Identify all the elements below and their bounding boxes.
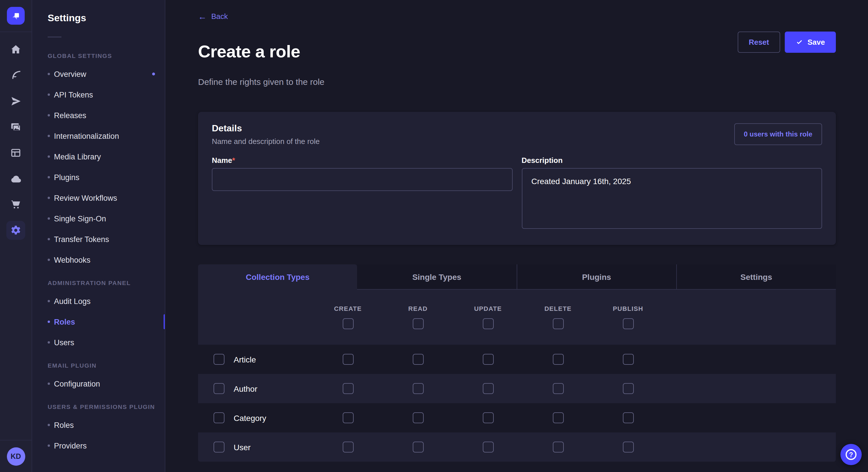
subnav-title: Settings [48, 12, 165, 24]
media-library-icon[interactable] [6, 117, 25, 136]
select-all-update-checkbox[interactable] [483, 318, 493, 329]
sidebar-item-single-sign-on[interactable]: Single Sign-On [32, 208, 165, 229]
section-label: GLOBAL SETTINGS [48, 52, 165, 59]
sidebar-item-plugins[interactable]: Plugins [32, 167, 165, 188]
save-button[interactable]: Save [784, 32, 836, 53]
cell-category-read [383, 412, 453, 423]
author-publish-checkbox[interactable] [623, 383, 633, 394]
sidebar-item-review-workflows[interactable]: Review Workflows [32, 188, 165, 208]
article-create-checkbox[interactable] [342, 354, 353, 365]
subnav-section-users-permissions-plugin: USERS & PERMISSIONS PLUGINRolesProviders [32, 403, 165, 456]
category-delete-checkbox[interactable] [553, 412, 563, 423]
subnav-divider [48, 37, 61, 37]
category-update-checkbox[interactable] [483, 412, 493, 423]
home-icon[interactable] [6, 40, 25, 59]
user-update-checkbox[interactable] [483, 442, 493, 452]
tab-collection-types[interactable]: Collection Types [198, 264, 358, 290]
category-publish-checkbox[interactable] [623, 412, 633, 423]
content-manager-icon[interactable] [6, 143, 25, 162]
sidebar-item-label: Providers [54, 441, 87, 450]
permissions-rows: ArticleAuthorCategoryUser [198, 345, 836, 462]
user-delete-checkbox[interactable] [553, 442, 563, 452]
sidebar-item-users[interactable]: Users [32, 332, 165, 353]
permissions-table: CREATEREADUPDATEDELETEPUBLISH ArticleAut… [198, 290, 836, 462]
cell-article-delete [523, 354, 593, 365]
select-all-publish-checkbox[interactable] [623, 318, 633, 329]
send-icon[interactable] [6, 92, 25, 111]
sidebar-item-webhooks[interactable]: Webhooks [32, 249, 165, 270]
permissions-tabs: Collection TypesSingle TypesPluginsSetti… [198, 264, 836, 290]
sidebar-item-audit-logs[interactable]: Audit Logs [32, 291, 165, 311]
cell-article-read [383, 354, 453, 365]
page-title: Create a role [198, 41, 300, 62]
select-all-read-checkbox[interactable] [412, 318, 423, 329]
bullet-icon [48, 300, 50, 302]
sidebar-item-configuration[interactable]: Configuration [32, 373, 165, 394]
description-textarea[interactable]: Created January 16th, 2025 [522, 168, 822, 229]
sidebar-item-roles[interactable]: Roles [32, 311, 165, 332]
select-all-create-checkbox[interactable] [342, 318, 353, 329]
sidebar-item-transfer-tokens[interactable]: Transfer Tokens [32, 229, 165, 249]
column-head-update: UPDATE [453, 305, 523, 329]
tab-single-types[interactable]: Single Types [358, 264, 517, 290]
strapi-logo[interactable] [7, 7, 25, 25]
sidebar-item-overview[interactable]: Overview [32, 64, 165, 84]
page-subtitle: Define the rights given to the role [198, 77, 836, 87]
main-content: ← Back Create a role Reset Save Define t… [166, 0, 868, 472]
tab-settings[interactable]: Settings [676, 264, 836, 290]
subnav-sections: GLOBAL SETTINGSOverviewAPI TokensRelease… [32, 52, 165, 456]
category-create-checkbox[interactable] [342, 412, 353, 423]
user-create-checkbox[interactable] [342, 442, 353, 452]
users-with-role-button[interactable]: 0 users with this role [734, 123, 822, 145]
sidebar-item-providers[interactable]: Providers [32, 435, 165, 456]
section-label: EMAIL PLUGIN [48, 362, 165, 369]
rail-divider-bottom [0, 440, 32, 440]
sidebar-item-label: Overview [54, 70, 86, 78]
select-category-checkbox[interactable] [214, 412, 224, 423]
select-author-checkbox[interactable] [214, 383, 224, 394]
sidebar-item-roles[interactable]: Roles [32, 415, 165, 435]
row-label: Article [234, 355, 256, 364]
article-publish-checkbox[interactable] [623, 354, 633, 365]
bullet-icon [48, 114, 50, 116]
select-all-delete-checkbox[interactable] [553, 318, 563, 329]
tab-plugins[interactable]: Plugins [516, 264, 676, 290]
sidebar-item-label: Releases [54, 111, 86, 120]
user-publish-checkbox[interactable] [623, 442, 633, 452]
user-avatar[interactable]: KD [7, 447, 25, 466]
sidebar-item-internationalization[interactable]: Internationalization [32, 126, 165, 146]
category-read-checkbox[interactable] [412, 412, 423, 423]
marketplace-icon[interactable] [6, 195, 25, 214]
reset-button[interactable]: Reset [738, 32, 780, 53]
select-article-checkbox[interactable] [214, 354, 224, 365]
content-type-builder-icon[interactable] [6, 66, 25, 85]
cell-article-publish [593, 354, 663, 365]
rail-icon-list [6, 40, 25, 240]
user-read-checkbox[interactable] [412, 442, 423, 452]
cell-author-create [313, 383, 383, 394]
author-update-checkbox[interactable] [483, 383, 493, 394]
bullet-icon [48, 424, 50, 426]
name-input[interactable] [212, 168, 513, 191]
cell-user-publish [593, 442, 663, 452]
required-asterisk: * [232, 156, 235, 165]
author-read-checkbox[interactable] [412, 383, 423, 394]
author-delete-checkbox[interactable] [553, 383, 563, 394]
article-read-checkbox[interactable] [412, 354, 423, 365]
cell-author-publish [593, 383, 663, 394]
article-update-checkbox[interactable] [483, 354, 493, 365]
cell-article-update [453, 354, 523, 365]
author-create-checkbox[interactable] [342, 383, 353, 394]
settings-icon[interactable] [6, 221, 25, 240]
article-delete-checkbox[interactable] [553, 354, 563, 365]
sidebar-item-api-tokens[interactable]: API Tokens [32, 84, 165, 105]
cloud-icon[interactable] [6, 169, 25, 188]
sidebar-item-media-library[interactable]: Media Library [32, 146, 165, 167]
reset-label: Reset [749, 38, 769, 46]
select-user-checkbox[interactable] [214, 442, 224, 452]
back-link[interactable]: ← Back [198, 12, 228, 21]
sidebar-item-releases[interactable]: Releases [32, 105, 165, 126]
subnav-section-administration-panel: ADMINISTRATION PANELAudit LogsRolesUsers [32, 279, 165, 353]
help-button[interactable]: ? [840, 444, 862, 465]
save-label: Save [807, 38, 825, 46]
